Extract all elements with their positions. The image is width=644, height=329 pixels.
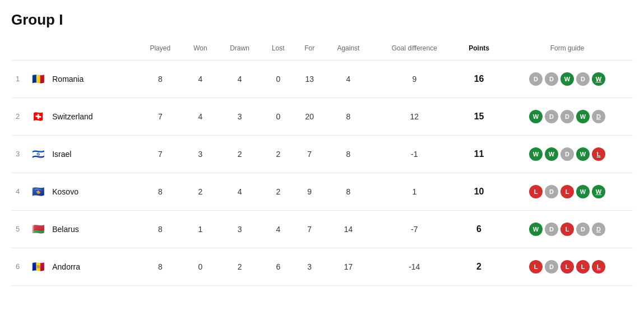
form-badge: D [545, 72, 558, 86]
row-won: 1 [183, 210, 217, 248]
row-drawn: 2 [218, 248, 262, 285]
form-badge: W [576, 110, 590, 123]
row-team: 🇨🇭Switzerland [25, 98, 137, 135]
form-badge: L [576, 260, 590, 274]
row-lost: 6 [262, 248, 295, 285]
form-badge: D [560, 147, 574, 161]
form-badge: W [545, 147, 558, 161]
form-badge: W [529, 147, 543, 161]
team-flag: 🇷🇴 [30, 71, 47, 87]
team-name: Israel [52, 150, 71, 159]
form-badge: D [545, 260, 558, 274]
team-name: Romania [52, 75, 84, 84]
row-played: 8 [137, 248, 183, 285]
form-badge: D [545, 185, 558, 198]
table-row: 4🇽🇰Kosovo824298110LDLWW [11, 173, 633, 210]
form-badge: L [592, 260, 605, 274]
team-flag: 🇨🇭 [30, 108, 47, 125]
row-against: 8 [324, 135, 372, 173]
table-row: 6🇦🇩Andorra8026317-142LDLLL [11, 248, 633, 285]
row-points: 15 [456, 98, 502, 135]
row-won: 2 [183, 173, 217, 210]
row-rank: 4 [11, 173, 25, 210]
form-badge: W [529, 110, 543, 123]
form-badge: D [545, 110, 558, 123]
col-against: Against [324, 42, 372, 60]
row-against: 4 [324, 60, 372, 98]
row-lost: 2 [262, 135, 295, 173]
row-form: LDLLL [502, 248, 633, 285]
row-team: 🇽🇰Kosovo [25, 173, 137, 210]
team-name: Belarus [52, 225, 78, 234]
form-badge: D [576, 72, 590, 86]
col-lost: Lost [262, 42, 295, 60]
form-badge: D [592, 110, 605, 123]
row-drawn: 3 [218, 98, 262, 135]
row-rank: 5 [11, 210, 25, 248]
row-for: 7 [295, 210, 324, 248]
row-points: 10 [456, 173, 502, 210]
table-row: 3🇮🇱Israel732278-111WWDWL [11, 135, 633, 173]
form-badge: L [560, 260, 574, 274]
row-goal-diff: -7 [373, 210, 457, 248]
row-points: 11 [456, 135, 502, 173]
team-name: Kosovo [52, 187, 78, 196]
row-for: 7 [295, 135, 324, 173]
col-played: Played [137, 42, 183, 60]
col-drawn: Drawn [218, 42, 262, 60]
col-form: Form guide [502, 42, 633, 60]
form-badge: L [529, 260, 543, 274]
row-for: 20 [295, 98, 324, 135]
row-for: 3 [295, 248, 324, 285]
form-badge: D [560, 110, 574, 123]
row-team: 🇦🇩Andorra [25, 248, 137, 285]
row-form: DDWDW [502, 60, 633, 98]
row-team: 🇧🇾Belarus [25, 210, 137, 248]
col-won: Won [183, 42, 217, 60]
row-lost: 2 [262, 173, 295, 210]
row-played: 7 [137, 98, 183, 135]
row-lost: 0 [262, 98, 295, 135]
row-team: 🇮🇱Israel [25, 135, 137, 173]
row-played: 7 [137, 135, 183, 173]
standings-table: Played Won Drawn Lost For Against Goal d… [11, 42, 633, 286]
form-badge: L [529, 185, 543, 198]
row-against: 17 [324, 248, 372, 285]
row-points: 6 [456, 210, 502, 248]
row-form: LDLWW [502, 173, 633, 210]
form-badge: D [592, 223, 605, 236]
row-for: 9 [295, 173, 324, 210]
row-rank: 2 [11, 98, 25, 135]
team-flag: 🇧🇾 [30, 221, 47, 238]
team-name: Switzerland [52, 112, 92, 121]
row-goal-diff: 9 [373, 60, 457, 98]
row-goal-diff: -1 [373, 135, 457, 173]
row-played: 8 [137, 60, 183, 98]
form-badge: L [560, 223, 574, 236]
row-lost: 4 [262, 210, 295, 248]
form-badge: D [545, 223, 558, 236]
form-badge: W [529, 223, 543, 236]
team-flag: 🇽🇰 [30, 183, 47, 200]
row-played: 8 [137, 210, 183, 248]
col-for: For [295, 42, 324, 60]
col-rank [11, 42, 25, 60]
row-against: 8 [324, 98, 372, 135]
table-row: 2🇨🇭Switzerland74302081215WDDWD [11, 98, 633, 135]
row-goal-diff: 1 [373, 173, 457, 210]
row-drawn: 4 [218, 60, 262, 98]
row-rank: 1 [11, 60, 25, 98]
form-badge: D [576, 223, 590, 236]
row-goal-diff: -14 [373, 248, 457, 285]
form-badge: W [576, 185, 590, 198]
row-goal-diff: 12 [373, 98, 457, 135]
form-badge: W [560, 72, 574, 86]
row-lost: 0 [262, 60, 295, 98]
team-name: Andorra [52, 262, 80, 271]
row-form: WDLDD [502, 210, 633, 248]
row-drawn: 2 [218, 135, 262, 173]
row-against: 14 [324, 210, 372, 248]
row-rank: 3 [11, 135, 25, 173]
form-badge: W [576, 147, 590, 161]
row-won: 0 [183, 248, 217, 285]
